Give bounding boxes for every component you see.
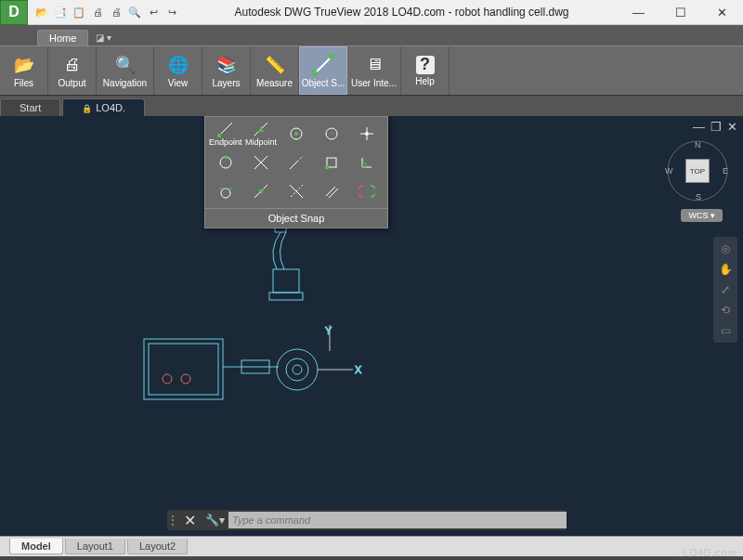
viewport-controls: — ❐ ✕	[693, 120, 737, 134]
svg-rect-22	[362, 163, 366, 167]
snap-perpendicular[interactable]	[351, 150, 384, 176]
command-line: ⋮ ✕ 🔧▾	[167, 510, 567, 530]
snap-center[interactable]	[280, 121, 313, 147]
svg-rect-38	[269, 293, 303, 300]
cmd-wrench-icon[interactable]: 🔧▾	[202, 514, 228, 527]
ribbon-navigation[interactable]: 🔍 Navigation	[97, 46, 154, 95]
snap-midpoint[interactable]: Midpoint	[245, 121, 278, 147]
qat-copy-icon[interactable]: 📋	[71, 4, 87, 20]
snap-intersection[interactable]	[245, 150, 278, 176]
snap-enabled[interactable]	[351, 178, 384, 204]
layout-tab-layout1[interactable]: Layout1	[65, 539, 125, 554]
magnifier-icon: 🔍	[114, 54, 137, 76]
layout-tab-model[interactable]: Model	[9, 539, 63, 554]
qat-sheet-icon[interactable]: 📑	[52, 4, 69, 20]
viewcube-west[interactable]: W	[665, 166, 673, 176]
nav-zoom-extents-icon[interactable]: ⤢	[721, 283, 730, 296]
ribbon-label: Object S...	[302, 78, 345, 88]
svg-point-45	[277, 349, 318, 390]
ribbon-label: Help	[415, 76, 435, 86]
cmd-drag-handle-icon[interactable]: ⋮	[167, 514, 178, 527]
viewcube-south[interactable]: S	[696, 192, 701, 202]
ribbon-files[interactable]: 📂 Files	[0, 46, 48, 95]
status-bar: 766.25, 1888.13, 0.00 ▦ ⚖ ⚙ ▾	[0, 556, 743, 560]
svg-point-47	[293, 365, 302, 374]
nav-pan-icon[interactable]: ✋	[719, 263, 733, 276]
monitor-icon: 🖥	[363, 54, 385, 76]
snap-tangent[interactable]	[209, 178, 242, 204]
svg-marker-15	[224, 155, 228, 159]
viewcube-east[interactable]: E	[723, 166, 728, 176]
ribbon-label: User Inte...	[351, 78, 397, 88]
globe-icon: 🌐	[167, 54, 189, 76]
svg-line-29	[326, 187, 335, 196]
viewport-restore-icon[interactable]: ❐	[710, 120, 722, 134]
svg-rect-39	[144, 339, 223, 399]
viewcube-face-top[interactable]: TOP	[685, 159, 710, 183]
svg-point-46	[286, 358, 308, 381]
nav-showhide-icon[interactable]: ▭	[721, 324, 731, 337]
minimize-button[interactable]: —	[618, 0, 659, 25]
help-icon: ?	[416, 56, 435, 74]
ribbon-measure[interactable]: 📏 Measure	[251, 46, 299, 95]
ribbon-user-interface[interactable]: 🖥 User Inte...	[347, 46, 401, 95]
app-icon[interactable]: D	[0, 0, 28, 25]
close-button[interactable]: ✕	[701, 0, 743, 25]
viewport-minimize-icon[interactable]: —	[693, 120, 705, 134]
svg-rect-37	[273, 269, 299, 293]
wcs-badge[interactable]: WCS ▾	[681, 209, 723, 222]
quick-access-toolbar: 📂 📑 📋 🖨 🖨 🔍 ↩ ↪	[28, 4, 186, 20]
window-title: Autodesk DWG TrueView 2018 LO4D.com - ro…	[186, 6, 618, 19]
snap-node[interactable]	[351, 121, 384, 147]
snap-nearest[interactable]	[245, 178, 278, 204]
snap-geometric-center[interactable]: *	[316, 121, 348, 147]
snap-quadrant[interactable]	[209, 150, 242, 176]
nav-wheel-icon[interactable]: ◎	[721, 242, 730, 255]
ribbon-view[interactable]: 🌐 View	[154, 46, 202, 95]
ribbon: 📂 Files 🖨 Output 🔍 Navigation 🌐 View 📚 L…	[0, 46, 743, 96]
ribbon-help[interactable]: ? Help	[401, 46, 450, 95]
cmd-close-icon[interactable]: ✕	[178, 512, 202, 529]
tab-expand-icon[interactable]: ◪ ▾	[96, 33, 111, 46]
qat-find-icon[interactable]: 🔍	[126, 4, 143, 20]
ribbon-label: Navigation	[103, 78, 147, 88]
svg-line-0	[315, 57, 332, 73]
titlebar: D 📂 📑 📋 🖨 🖨 🔍 ↩ ↪ Autodesk DWG TrueView …	[0, 0, 743, 25]
ruler-icon: 📏	[264, 54, 286, 76]
layout-tab-layout2[interactable]: Layout2	[127, 539, 188, 554]
ribbon-layers[interactable]: 📚 Layers	[202, 46, 251, 95]
snap-parallel[interactable]	[316, 178, 348, 204]
qat-undo-icon[interactable]: ↩	[145, 4, 162, 20]
doc-tab-start[interactable]: Start	[0, 98, 60, 116]
maximize-button[interactable]: ☐	[659, 0, 701, 25]
drawing-canvas[interactable]: Endpoint Midpoint * Object Snap — ❐ ✕ TO…	[0, 116, 743, 536]
qat-redo-icon[interactable]: ↪	[163, 4, 180, 20]
svg-rect-40	[149, 344, 218, 395]
ribbon-output[interactable]: 🖨 Output	[48, 46, 97, 95]
qat-print-icon[interactable]: 🖨	[89, 4, 106, 20]
ribbon-object-snap[interactable]: Object S...	[299, 46, 347, 95]
svg-point-41	[163, 374, 172, 384]
viewcube-north[interactable]: N	[695, 140, 701, 150]
doc-tab-file[interactable]: 🔒LO4D.	[62, 98, 145, 116]
snap-endpoint[interactable]: Endpoint	[209, 121, 242, 147]
command-input[interactable]	[228, 512, 567, 528]
viewport-close-icon[interactable]: ✕	[727, 120, 737, 134]
axis-x-label: X	[355, 364, 362, 375]
object-snap-panel: Endpoint Midpoint * Object Snap	[204, 116, 388, 228]
snap-apparent-intersection[interactable]	[280, 178, 313, 204]
snap-icon	[312, 54, 334, 76]
svg-point-2	[329, 54, 334, 59]
nav-orbit-icon[interactable]: ⟲	[721, 304, 730, 317]
qat-plot-icon[interactable]: 🖨	[108, 4, 124, 20]
snap-insertion[interactable]	[316, 150, 348, 176]
snap-extension[interactable]	[280, 150, 313, 176]
ribbon-label: Layers	[212, 78, 240, 88]
ribbon-label: Files	[14, 78, 33, 88]
document-tabs: Start 🔒LO4D.	[0, 96, 743, 116]
tab-home[interactable]: Home	[37, 30, 88, 46]
qat-open-icon[interactable]: 📂	[33, 4, 50, 20]
lock-icon: 🔒	[82, 104, 92, 113]
ribbon-label: View	[168, 78, 189, 88]
viewcube[interactable]: TOP N S E W	[665, 138, 730, 203]
